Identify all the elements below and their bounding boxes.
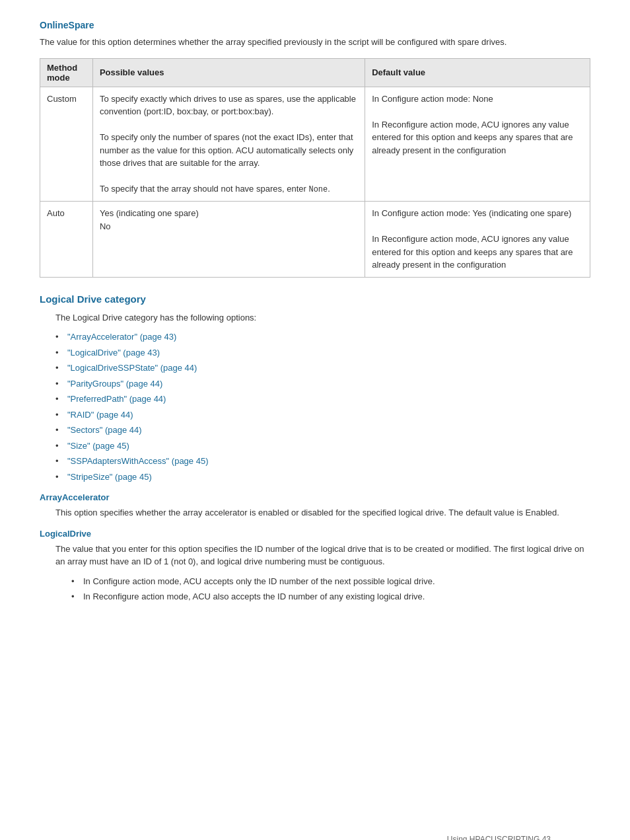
default-custom: In Configure action mode: None In Reconf… [365, 87, 590, 202]
logical-drive-bullets: In Configure action mode, ACU accepts on… [71, 575, 590, 603]
possible-custom: To specify exactly which drives to use a… [92, 87, 365, 202]
array-accelerator-heading: ArrayAccelerator [40, 492, 590, 502]
possible-auto: Yes (indicating one spare) No [92, 202, 365, 278]
page-footer: Using HPACUSCRIPTING 43 [447, 835, 551, 840]
col-header-possible: Possible values [92, 58, 365, 87]
logical-drive-heading: LogicalDrive [40, 529, 590, 539]
list-item[interactable]: "PreferredPath" (page 44) [55, 393, 590, 406]
col-header-method: Method mode [40, 58, 93, 87]
array-accelerator-text: This option specifies whether the array … [55, 506, 590, 519]
logical-drive-category-section: Logical Drive category The Logical Drive… [40, 293, 590, 603]
list-item[interactable]: "RAID" (page 44) [55, 408, 590, 422]
method-custom: Custom [40, 87, 93, 202]
onlinespare-intro: The value for this option determines whe… [40, 36, 590, 49]
list-item[interactable]: "Sectors" (page 44) [55, 424, 590, 437]
logical-drive-links-list: "ArrayAccelerator" (page 43) "LogicalDri… [55, 330, 590, 483]
list-item[interactable]: "StripeSize" (page 45) [55, 471, 590, 484]
list-item[interactable]: "ArrayAccelerator" (page 43) [55, 330, 590, 344]
onlinespare-table: Method mode Possible values Default valu… [40, 58, 590, 278]
list-item[interactable]: "ParityGroups" (page 44) [55, 377, 590, 391]
col-header-default: Default value [365, 58, 590, 87]
list-item[interactable]: "LogicalDrive" (page 43) [55, 346, 590, 360]
logical-drive-category-heading: Logical Drive category [40, 293, 590, 305]
list-item: In Configure action mode, ACU accepts on… [71, 575, 590, 588]
list-item[interactable]: "LogicalDriveSSPState" (page 44) [55, 362, 590, 375]
default-auto: In Configure action mode: Yes (indicatin… [365, 202, 590, 278]
list-item[interactable]: "Size" (page 45) [55, 439, 590, 453]
logical-drive-intro: The Logical Drive category has the follo… [55, 311, 590, 325]
list-item[interactable]: "SSPAdaptersWithAccess" (page 45) [55, 455, 590, 468]
method-auto: Auto [40, 202, 93, 278]
onlinespare-heading: OnlineSpare [40, 20, 590, 30]
list-item: In Reconfigure action mode, ACU also acc… [71, 590, 590, 603]
logical-drive-text: The value that you enter for this option… [55, 543, 590, 568]
table-row: Custom To specify exactly which drives t… [40, 87, 590, 202]
table-row: Auto Yes (indicating one spare) No In Co… [40, 202, 590, 278]
